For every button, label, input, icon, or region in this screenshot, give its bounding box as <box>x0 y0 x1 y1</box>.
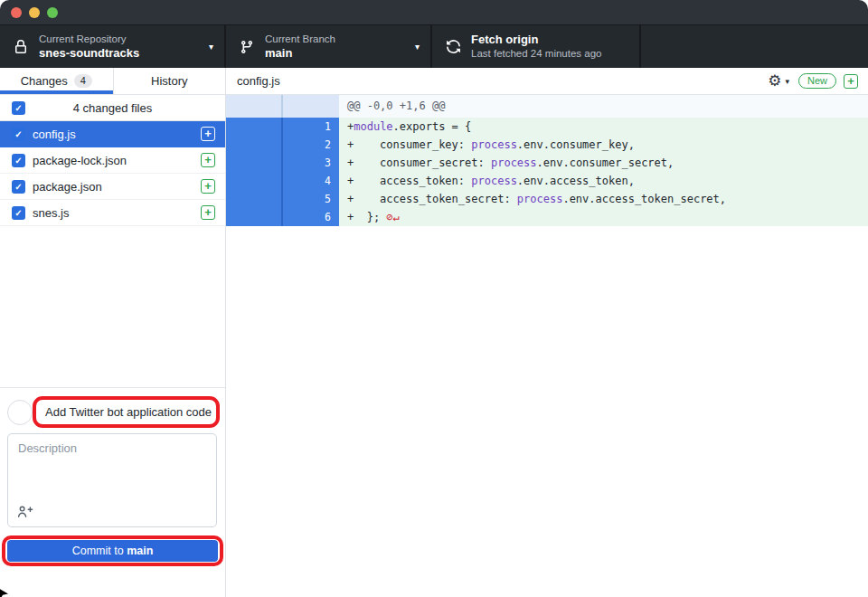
chevron-down-icon: ▾ <box>209 42 213 52</box>
commit-button-branch: main <box>127 545 153 557</box>
diff-line[interactable]: 3 + consumer_secret: process.env.consume… <box>226 154 868 172</box>
commit-button[interactable]: Commit to main <box>7 540 218 562</box>
minimize-window-button[interactable] <box>29 7 40 18</box>
diff-view: @@ -0,0 +1,6 @@ 1 +module.exports = { 2 … <box>226 95 868 226</box>
line-code: + access_token_secret: process.env.acces… <box>339 190 868 208</box>
added-file-icon: + <box>201 153 215 167</box>
current-branch-selector[interactable]: Current Branch main ▾ <box>226 25 432 68</box>
chevron-down-icon[interactable]: ▾ <box>785 77 789 86</box>
diff-hunk-header: @@ -0,0 +1,6 @@ <box>226 95 868 118</box>
file-row-package-lock-json[interactable]: ✓ package-lock.json + <box>0 147 225 174</box>
check-icon: ✓ <box>14 208 22 218</box>
select-all-checkbox[interactable]: ✓ <box>12 101 25 115</box>
diff-line[interactable]: 6 + }; ⊘↵ <box>226 208 868 226</box>
tab-changes-label: Changes <box>21 74 68 88</box>
current-repository-selector[interactable]: Current Repository snes-soundtracks ▾ <box>0 25 226 68</box>
commit-button-label: Commit to <box>72 545 127 557</box>
current-repository-value: snes-soundtracks <box>39 46 202 61</box>
zoom-window-button[interactable] <box>47 7 58 18</box>
file-name: config.js <box>33 128 201 141</box>
fetch-origin-sublabel: Last fetched 24 minutes ago <box>471 47 628 60</box>
file-row-package-json[interactable]: ✓ package.json + <box>0 174 225 200</box>
line-code: + consumer_secret: process.env.consumer_… <box>339 154 868 172</box>
toolbar: Current Repository snes-soundtracks ▾ Cu… <box>0 25 868 68</box>
file-name: snes.js <box>33 206 201 220</box>
line-number: 2 <box>283 136 339 154</box>
sidebar: Changes 4 History ✓ 4 changed files ✓ co… <box>0 68 226 597</box>
file-checkbox[interactable]: ✓ <box>12 206 25 220</box>
tab-changes[interactable]: Changes 4 <box>0 68 113 94</box>
diff-line[interactable]: 4 + access_token: process.env.access_tok… <box>226 172 868 190</box>
annotation-highlight-summary: Add Twitter bot application code <box>33 396 220 428</box>
file-checkbox[interactable]: ✓ <box>12 128 25 141</box>
github-desktop-window: Current Repository snes-soundtracks ▾ Cu… <box>0 0 868 597</box>
diff-line[interactable]: 5 + access_token_secret: process.env.acc… <box>226 190 868 208</box>
commit-form: Add Twitter bot application code Descrip… <box>0 387 225 597</box>
file-row-snes-js[interactable]: ✓ snes.js + <box>0 200 225 226</box>
check-icon: ✓ <box>14 156 22 166</box>
file-checkbox[interactable]: ✓ <box>12 154 25 167</box>
line-number: 1 <box>283 118 339 136</box>
close-window-button[interactable] <box>11 7 22 18</box>
titlebar <box>0 0 868 25</box>
git-branch-icon <box>239 39 255 55</box>
line-code: +module.exports = { <box>339 118 868 136</box>
line-code: + }; ⊘↵ <box>339 208 868 226</box>
file-name: package-lock.json <box>33 154 201 167</box>
avatar <box>7 400 33 425</box>
commit-description-textarea[interactable]: Description <box>7 433 217 527</box>
main-panel: config.js ⚙ ▾ New + @@ -0,0 +1,6 @@ 1 +m… <box>226 68 868 597</box>
changed-files-count: 4 changed files <box>0 101 225 115</box>
check-icon: ✓ <box>14 129 22 139</box>
commit-summary-input[interactable]: Add Twitter bot application code <box>36 405 216 419</box>
current-branch-value: main <box>265 46 408 61</box>
file-name: package.json <box>33 180 201 194</box>
lock-icon <box>13 39 29 55</box>
added-file-icon: + <box>201 127 215 141</box>
file-checkbox[interactable]: ✓ <box>12 180 25 194</box>
no-newline-icon: ⊘↵ <box>386 211 399 223</box>
diff-file-name: config.js <box>237 74 768 88</box>
line-number: 4 <box>283 172 339 190</box>
added-file-icon: + <box>201 205 215 220</box>
tab-history[interactable]: History <box>113 68 226 94</box>
fetch-origin-label: Fetch origin <box>471 33 628 47</box>
line-code: + consumer_key: process.env.consumer_key… <box>339 136 868 154</box>
fetch-origin-button[interactable]: Fetch origin Last fetched 24 minutes ago <box>432 25 641 68</box>
diff-line[interactable]: 2 + consumer_key: process.env.consumer_k… <box>226 136 868 154</box>
expand-diff-icon[interactable]: + <box>844 74 858 89</box>
description-placeholder: Description <box>18 441 77 455</box>
tab-history-label: History <box>151 74 187 88</box>
diff-line[interactable]: 1 +module.exports = { <box>226 118 868 136</box>
changes-count-badge: 4 <box>74 74 92 88</box>
gear-icon[interactable]: ⚙ <box>768 73 781 89</box>
check-icon: ✓ <box>14 103 22 113</box>
line-code: + access_token: process.env.access_token… <box>339 172 868 190</box>
file-row-config-js[interactable]: ✓ config.js + <box>0 121 225 147</box>
line-number: 5 <box>283 190 339 208</box>
changed-files-header: ✓ 4 changed files <box>0 95 225 121</box>
new-file-badge: New <box>798 73 836 89</box>
line-number: 6 <box>283 208 339 226</box>
check-icon: ✓ <box>14 182 22 192</box>
chevron-down-icon: ▾ <box>415 42 420 52</box>
hunk-header-text: @@ -0,0 +1,6 @@ <box>339 95 868 118</box>
changed-files-list: ✓ config.js + ✓ package-lock.json + ✓ pa… <box>0 121 225 226</box>
sidebar-tabs: Changes 4 History <box>0 68 225 95</box>
current-branch-label: Current Branch <box>265 33 408 45</box>
sync-icon <box>445 39 461 55</box>
add-coauthor-icon[interactable] <box>17 505 33 519</box>
current-repository-label: Current Repository <box>39 33 202 45</box>
annotation-highlight-commit: Commit to main <box>2 535 223 566</box>
line-number: 3 <box>283 154 339 172</box>
added-file-icon: + <box>201 179 215 194</box>
diff-file-header: config.js ⚙ ▾ New + <box>226 68 868 95</box>
